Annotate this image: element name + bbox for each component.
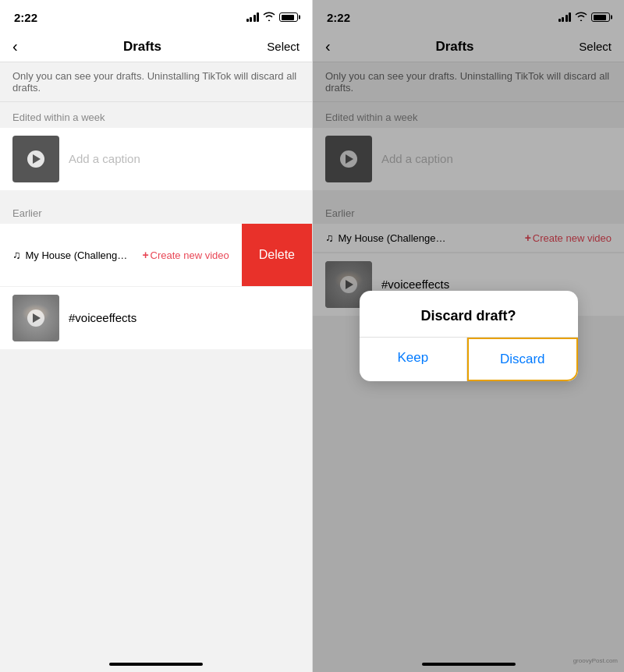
battery-icon-left	[279, 12, 298, 22]
draft-info-earlier-1-left: ♫ My House (Challenge Versi...	[12, 249, 133, 261]
draft-thumb-recent-left	[12, 136, 59, 182]
draft-caption-recent-left: Add a caption	[69, 152, 140, 165]
draft-music-left: ♫ My House (Challenge Versi...	[12, 249, 133, 261]
right-panel: 2:22 ‹ Drafts Select	[312, 0, 624, 672]
section-recent-label-left: Edited within a week	[0, 102, 312, 128]
draft-item-earlier-2-left[interactable]: #voiceeffects	[0, 287, 312, 349]
status-icons-left	[246, 12, 299, 23]
delete-button-left[interactable]: Delete	[242, 224, 312, 286]
status-time-left: 2:22	[14, 11, 37, 24]
section-recent-left: Edited within a week Add a caption	[0, 102, 312, 190]
content-area-left: Edited within a week Add a caption Earli…	[0, 102, 312, 672]
dialog-title: Discard draft?	[360, 291, 578, 337]
play-button-voiceeffects-left[interactable]	[27, 309, 44, 327]
discard-button[interactable]: Discard	[467, 338, 578, 381]
create-label-left: Create new video	[151, 249, 229, 261]
create-new-video-left[interactable]: + Create new video	[142, 249, 229, 261]
draft-item-earlier-1-left[interactable]: ♫ My House (Challenge Versi... + Create …	[0, 224, 312, 287]
left-panel: 2:22 ‹ Drafts Select	[0, 0, 312, 672]
home-indicator-left	[109, 663, 203, 666]
draft-info-voiceeffects-left: #voiceeffects	[69, 311, 300, 325]
nav-bar-left: ‹ Drafts Select	[0, 31, 312, 62]
voiceeffects-label-left: #voiceeffects	[69, 311, 136, 324]
section-earlier-left: Earlier ♫ My House (Challenge Versi... +…	[0, 198, 312, 349]
play-button-recent-left[interactable]	[27, 150, 44, 168]
draft-info-recent-left: Add a caption	[69, 152, 300, 166]
music-title-left: My House (Challenge Versi...	[26, 249, 133, 261]
status-bar-left: 2:22	[0, 0, 312, 31]
discard-dialog: Discard draft? Keep Discard	[360, 291, 578, 381]
info-banner-left: Only you can see your drafts. Uninstalli…	[0, 62, 312, 102]
create-plus-icon-left: +	[142, 249, 148, 261]
dialog-overlay: Discard draft? Keep Discard	[313, 0, 624, 672]
select-button-left[interactable]: Select	[267, 40, 300, 53]
signal-icon-left	[246, 12, 260, 22]
play-triangle-voice-icon	[33, 313, 41, 323]
play-triangle-icon	[33, 154, 41, 164]
section-earlier-label-left: Earlier	[0, 198, 312, 224]
draft-item-recent-left[interactable]: Add a caption	[0, 128, 312, 190]
draft-thumb-voiceeffects-left	[12, 295, 59, 341]
draft-content-earlier-1-left: ♫ My House (Challenge Versi... + Create …	[0, 224, 242, 286]
keep-button[interactable]: Keep	[360, 338, 468, 381]
back-button-left[interactable]: ‹	[12, 37, 18, 55]
dialog-buttons: Keep Discard	[360, 337, 578, 381]
music-note-icon-left: ♫	[12, 249, 21, 261]
page-title-left: Drafts	[123, 39, 161, 55]
wifi-icon-left	[263, 12, 275, 23]
